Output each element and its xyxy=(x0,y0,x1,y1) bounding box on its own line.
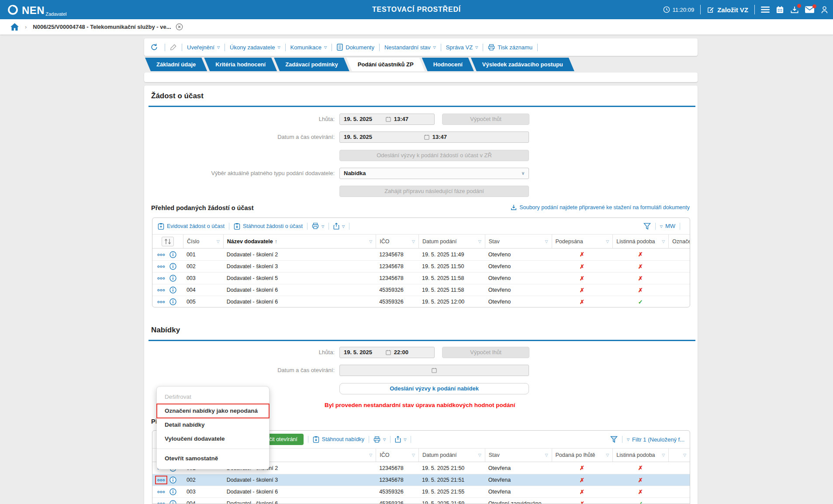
tab-3[interactable]: Podání účastníků ZP xyxy=(346,58,425,71)
column-filter-icon[interactable]: ▽ xyxy=(603,239,609,244)
table-row[interactable]: ooo005Dodavatel - školení 64535932619. 5… xyxy=(152,296,690,307)
table-row[interactable]: ooo003Dodavatel - školení 51234567819. 5… xyxy=(152,272,690,284)
tab-5[interactable]: Výsledek zadávacího postupu xyxy=(471,58,574,71)
column-header-6[interactable]: Podepsána▽ xyxy=(552,235,613,248)
column-filter-icon[interactable]: ▽ xyxy=(659,239,665,244)
row-menu-icon[interactable]: ooo xyxy=(156,287,166,293)
column-header-3[interactable]: IČO▽ xyxy=(376,449,418,462)
print-table-button[interactable]: ▽ xyxy=(312,223,324,229)
column-header-7[interactable]: Listinná podoba▽ xyxy=(612,235,668,248)
column-filter-icon[interactable]: ▽ xyxy=(543,453,548,457)
column-filter-icon[interactable]: ▽ xyxy=(366,453,372,457)
oteviranni-datetime-input[interactable]: 19. 5. 2025 13:47 xyxy=(339,131,529,143)
column-filter-icon[interactable]: ▽ xyxy=(214,239,220,244)
print-table-button[interactable]: ▽ xyxy=(373,436,386,443)
export-table-button[interactable]: ▽ xyxy=(333,223,345,230)
row-info-icon[interactable] xyxy=(169,251,176,258)
inbox-download-icon[interactable] xyxy=(790,6,799,14)
context-menu-item-4[interactable]: Otevřít samostatně xyxy=(157,452,269,466)
table-row[interactable]: ooo003Dodavatel - školení 64535932619. 5… xyxy=(152,486,690,497)
toolbar-item-komunikace[interactable]: Komunikace▽ xyxy=(290,44,327,51)
context-menu-item-2[interactable]: Detail nabídky xyxy=(157,418,269,432)
row-info-icon[interactable] xyxy=(169,298,176,305)
context-menu-item-0[interactable]: Dešifrovat xyxy=(157,390,269,404)
table-row[interactable]: ooo004Dodavatel - školení 64535932619. 5… xyxy=(152,284,690,296)
breadcrumb-item[interactable]: N006/25/V00004748 - Telekomunikační služ… xyxy=(33,24,171,30)
toolbar-item-tisk-zaznamu[interactable]: Tisk záznamu xyxy=(488,44,532,51)
vypocet-lhut-button[interactable]: Výpočet lhůt xyxy=(442,114,529,125)
row-info-icon[interactable] xyxy=(169,275,176,282)
row-info-icon[interactable] xyxy=(169,263,176,270)
toolbar-item-dokumenty[interactable]: Dokumenty xyxy=(337,44,374,51)
zahajit-pripravu-button[interactable]: Zahájit přípravu následující fáze podání xyxy=(339,186,529,197)
column-header-6[interactable]: Podaná po lhůtě▽ xyxy=(552,449,613,462)
row-menu-icon[interactable]: ooo xyxy=(156,298,166,305)
column-header-5[interactable]: Stav▽ xyxy=(485,235,552,248)
calendar-small-icon[interactable] xyxy=(386,117,391,122)
tab-4[interactable]: Hodnocení xyxy=(422,58,474,71)
menu-icon[interactable] xyxy=(761,6,770,13)
row-menu-icon[interactable]: ooo xyxy=(156,500,166,504)
table-row[interactable]: ooo002Dodavatel - školení 31234567819. 5… xyxy=(152,474,690,486)
column-header-8[interactable]: Označe▽ xyxy=(668,235,690,248)
toolbar-item-sprava-vz[interactable]: Správa VZ▽ xyxy=(446,44,478,51)
refresh-icon[interactable] xyxy=(150,43,158,51)
column-filter-icon[interactable]: ▽ xyxy=(476,453,481,457)
column-filter-icon[interactable]: ▽ xyxy=(603,453,609,457)
stahnout-zadosti-button[interactable]: Stáhnout žádosti o účast xyxy=(234,223,303,230)
column-filter-icon[interactable]: ▽ xyxy=(366,239,372,244)
messages-icon[interactable] xyxy=(805,6,814,13)
column-filter-icon[interactable]: ▽ xyxy=(659,453,665,457)
column-settings-icon[interactable] xyxy=(152,235,183,248)
view-selector[interactable]: ▽ MW xyxy=(660,223,675,229)
column-header-5[interactable]: Stav▽ xyxy=(485,449,552,462)
evidovat-zadost-button[interactable]: Evidovat žádost o účast xyxy=(158,223,225,230)
column-filter-icon[interactable]: ▽ xyxy=(543,239,548,244)
row-menu-icon[interactable]: ooo xyxy=(156,488,166,495)
column-filter-icon[interactable]: ▽ xyxy=(476,239,481,244)
calendar-icon[interactable] xyxy=(776,6,784,14)
table-row[interactable]: ooo001Dodavatel - školení 21234567819. 5… xyxy=(152,249,690,260)
nabidky-oteviranni-input[interactable] xyxy=(339,365,529,376)
odeslani-vyzvy-zadosti-button[interactable]: Odeslání výzvy k podání žádostí o účast … xyxy=(339,150,529,161)
filter-funnel-icon[interactable] xyxy=(610,436,618,443)
tab-2[interactable]: Zadávací podmínky xyxy=(274,58,349,71)
tab-0[interactable]: Základní údaje xyxy=(145,58,207,71)
table-row[interactable]: ooo002Dodavatel - školení 31234567819. 5… xyxy=(152,260,690,272)
close-record-icon[interactable] xyxy=(176,23,183,31)
context-menu-item-3[interactable]: Vyloučení dodavatele xyxy=(157,432,269,446)
row-info-icon[interactable] xyxy=(169,476,176,483)
column-header-4[interactable]: Datum podání▽ xyxy=(418,235,485,248)
row-info-icon[interactable] xyxy=(169,287,176,293)
row-info-icon[interactable] xyxy=(169,488,176,495)
column-header-8[interactable]: ▽ xyxy=(668,449,690,462)
table-row[interactable]: ooo004Dodavatel - školení 64535932619. 5… xyxy=(152,497,690,504)
odeslani-vyzvy-nabidek-button[interactable]: Odeslání výzvy k podání nabídek xyxy=(339,383,529,394)
column-header-2[interactable]: Název dodavatele↑▽ xyxy=(223,235,376,248)
toolbar-item-ukony-zadavatele[interactable]: Úkony zadavatele▽ xyxy=(230,44,280,51)
column-header-3[interactable]: IČO▽ xyxy=(376,235,418,248)
column-filter-icon[interactable]: ▽ xyxy=(409,239,415,244)
tab-1[interactable]: Kritéria hodnocení xyxy=(204,58,277,71)
toolbar-item-nestandardni-stav[interactable]: Nestandardní stav▽ xyxy=(384,44,436,51)
row-info-icon[interactable] xyxy=(169,500,176,504)
row-menu-icon[interactable]: ooo xyxy=(156,275,166,282)
create-vz-button[interactable]: Založit VZ xyxy=(707,6,748,14)
pencil-icon[interactable] xyxy=(170,44,177,51)
filter-selector[interactable]: ▽ Filtr 1 (Neuložený f... xyxy=(627,436,684,443)
export-table-button[interactable]: ▽ xyxy=(395,436,406,443)
row-menu-icon[interactable]: ooo xyxy=(156,263,166,270)
column-filter-icon[interactable]: ▽ xyxy=(681,453,686,457)
column-header-7[interactable]: Listinná podoba▽ xyxy=(612,449,668,462)
vypocet-lhut-button[interactable]: Výpočet lhůt xyxy=(442,347,529,358)
toolbar-item-uverejneni[interactable]: Uveřejnění▽ xyxy=(187,44,220,51)
row-menu-icon[interactable]: ooo xyxy=(156,476,166,483)
lhuta-datetime-input[interactable]: 19. 5. 2025 13:47 xyxy=(339,114,435,125)
download-note-link[interactable]: Soubory podání najdete připravené ke sta… xyxy=(511,204,690,211)
user-profile-icon[interactable] xyxy=(820,6,829,14)
column-header-4[interactable]: Datum podání▽ xyxy=(418,449,485,462)
context-menu-item-1[interactable]: Označení nabídky jako nepodaná xyxy=(157,404,269,418)
stahnout-nabidky-button[interactable]: Stáhnout nabídky xyxy=(313,436,364,443)
typ-podani-select[interactable]: Nabídka ∨ xyxy=(339,168,529,179)
row-menu-icon[interactable]: ooo xyxy=(156,251,166,258)
